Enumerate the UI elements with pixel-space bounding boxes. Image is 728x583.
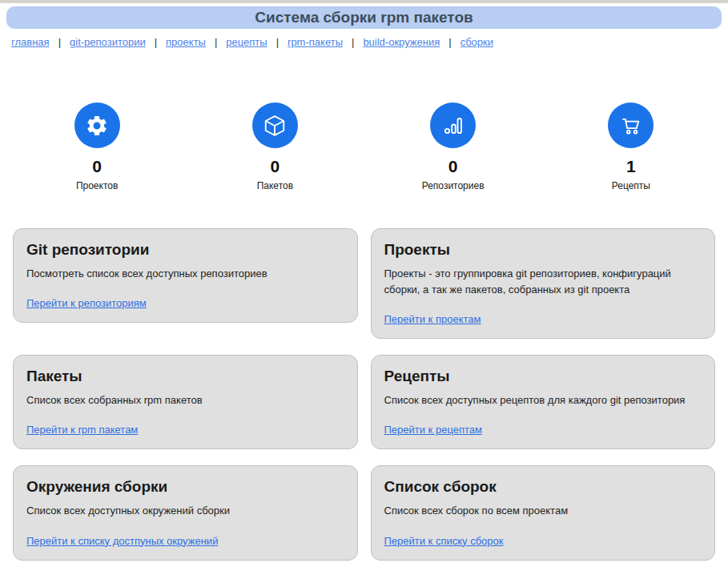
card-description: Список всех собранных rpm пакетов [26,392,344,408]
nav-link-build-envs[interactable]: build-окружения [363,36,440,48]
nav-link-rpm-packages[interactable]: rpm-пакеты [288,36,343,48]
nav-separator: | [276,36,279,48]
stat-count-projects: 0 [92,158,102,175]
card-link-rpm-packages[interactable]: Перейти к rpm пакетам [26,424,138,436]
stat-packages: 0 Пакетов [186,103,364,191]
nav-link-builds[interactable]: сборки [461,36,493,48]
card-packages: Пакеты Список всех собранных rpm пакетов… [13,355,358,449]
page-title: Система сборки rpm пакетов [255,9,473,26]
card-title: Список сборок [384,478,702,496]
nav-link-projects[interactable]: проекты [166,36,206,48]
stat-count-packages: 0 [271,158,280,175]
card-link-builds[interactable]: Перейти к списку сборок [384,535,504,547]
stats-row: 0 Проектов 0 Пакетов 0 Репозиториев [8,103,720,191]
cards-grid: Git репозитории Посмотреть список всех д… [13,228,715,561]
card-title: Рецепты [384,368,702,385]
card-title: Окружения сборки [26,478,344,496]
top-strip [0,0,728,3]
stat-count-recipes: 1 [626,158,636,175]
card-title: Пакеты [26,368,344,385]
main-nav: главная|git-репозитории|проекты|рецепты|… [11,36,717,48]
nav-link-git-repos[interactable]: git-репозитории [70,36,146,48]
card-git-repositories: Git репозитории Посмотреть список всех д… [13,228,358,323]
stat-label-repositories: Репозиториев [422,180,485,191]
stat-projects: 0 Проектов [8,103,186,191]
card-description: Список всех доступных рецептов для каждо… [384,392,702,408]
stat-recipes: 1 Рецепты [542,103,720,191]
bar-chart-icon [430,103,476,148]
card-description: Посмотреть список всех доступных репозит… [26,266,344,282]
stat-label-packages: Пакетов [257,180,293,191]
card-link-projects[interactable]: Перейти к проектам [384,313,481,325]
card-description: Проекты - это группировка git репозитори… [384,266,702,298]
card-projects: Проекты Проекты - это группировка git ре… [371,228,716,339]
card-description: Список всех сборок по всем проектам [384,503,702,519]
app-header: Система сборки rpm пакетов [6,6,722,29]
stat-repositories: 0 Репозиториев [364,103,542,191]
stat-count-repositories: 0 [448,158,458,175]
nav-link-recipes[interactable]: рецепты [226,36,267,48]
stat-label-projects: Проектов [76,180,118,191]
card-build-environments: Окружения сборки Список всех доступных о… [13,465,358,560]
stat-label-recipes: Рецепты [612,180,650,191]
card-recipes: Рецепты Список всех доступных рецептов д… [371,355,716,449]
gear-icon [74,103,120,148]
nav-link-home[interactable]: главная [11,36,50,48]
card-description: Список всех доступных окружений сборки [26,503,344,519]
nav-separator: | [215,36,217,48]
card-link-environments[interactable]: Перейти к списку достпуных окружений [26,535,218,547]
card-link-recipes[interactable]: Перейти к рецептам [384,424,482,436]
cart-icon [608,103,654,148]
nav-separator: | [352,36,354,48]
card-title: Проекты [384,241,702,259]
card-link-repositories[interactable]: Перейти к репозиториям [26,297,147,309]
nav-separator: | [155,36,157,48]
card-title: Git репозитории [26,241,344,259]
cube-icon [252,103,298,148]
nav-separator: | [448,36,451,48]
card-builds-list: Список сборок Список всех сборок по всем… [371,465,716,560]
nav-separator: | [58,36,61,48]
